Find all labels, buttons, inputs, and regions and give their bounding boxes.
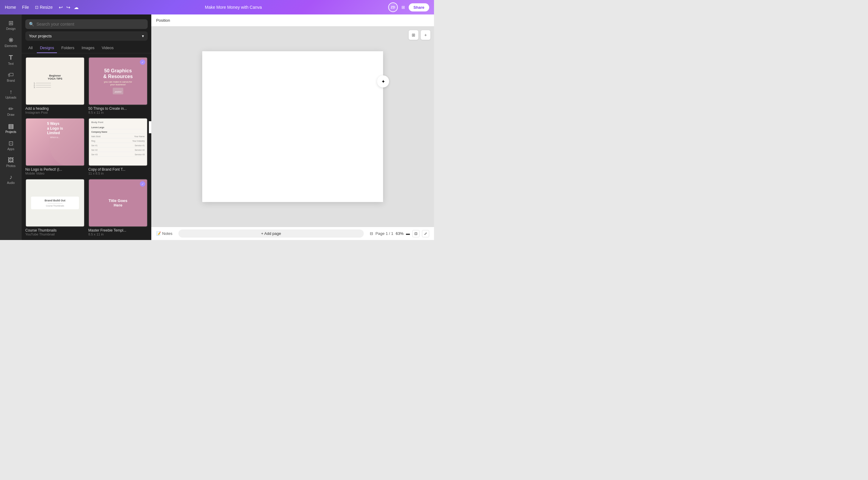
sidebar: ⊞ Design ❋ Elements T Text 🏷 Brand ↑ Upl… [0,14,22,240]
canvas-toolbar: Position [151,14,434,27]
photos-icon: 🖼 [8,157,14,164]
main-layout: ⊞ Design ❋ Elements T Text 🏷 Brand ↑ Upl… [0,14,434,240]
sidebar-item-uploads[interactable]: ↑ Uploads [2,86,20,101]
grid-view-button[interactable]: ⊞ [409,30,418,40]
page-indicator: Page 1 / 1 [375,231,393,236]
canvas-area: Position ⊞ + ✦ 📝 Notes + Add page [151,14,434,240]
file-menu[interactable]: File [22,5,29,10]
sidebar-label-uploads: Uploads [5,96,17,99]
card-title-master: Master Freebie Templ... [88,228,148,233]
search-area: 🔍 [22,14,151,31]
tab-designs[interactable]: Designs [37,43,57,53]
left-panel: 🔍 Your projects ▾ All Designs Folders Im… [22,14,151,240]
audio-icon: ♪ [9,174,12,181]
draw-icon: ✏ [8,105,13,113]
sidebar-item-apps[interactable]: ⊡ Apps [2,137,20,153]
tab-folders[interactable]: Folders [58,43,77,53]
card-subtitle-brandfont: 11 x 8.5 in [88,172,148,175]
add-content-button[interactable]: + [421,30,430,40]
sidebar-label-draw: Draw [7,113,14,116]
tab-videos[interactable]: Videos [98,43,117,53]
design-card-50graphics[interactable]: ✓ 50 Graphics& Resources you can make in… [88,57,148,114]
sidebar-item-projects[interactable]: ▤ Projects [2,120,20,136]
canvas-main: ⊞ + ✦ [151,27,434,227]
card-thumbnail-master: ✓ Title GoesHere [88,179,148,227]
sidebar-item-design[interactable]: ⊞ Design [2,17,20,33]
card-thumbnail-course: Brand Build Out ────────── Course Thumbn… [25,179,85,227]
canvas-page: ✦ [202,51,383,202]
check-badge-master: ✓ [140,181,145,187]
sidebar-item-photos[interactable]: 🖼 Photos [2,154,20,170]
design-card-master[interactable]: ✓ Title GoesHere Master Freebie Templ...… [88,179,148,236]
sidebar-label-apps: Apps [7,147,14,151]
card-subtitle-course: YouTube Thumbnail [25,233,85,236]
show-pages-button[interactable]: ⊟ [370,231,373,236]
brand-icon: 🏷 [8,71,14,79]
card-subtitle-50graphics: 8.5 x 11 in [88,111,148,114]
card-thumbnail-5ways: 5 Waysa Logo isLimited Which is... [25,118,85,166]
sidebar-label-audio: Audio [7,181,15,184]
sidebar-item-draw[interactable]: ✏ Draw [2,103,20,119]
card-thumbnail-brandfont: Body Font Lorem Largo Company Name Itali… [88,118,148,166]
share-button[interactable]: Share [409,3,429,11]
check-badge-50graphics: ✓ [140,59,145,65]
position-label[interactable]: Position [156,18,170,23]
card-title-brandfont: Copy of Brand Font T... [88,167,148,172]
tab-all[interactable]: All [25,43,36,53]
home-button[interactable]: Home [5,5,16,10]
bottom-left: 📝 Notes [156,231,173,236]
design-card-5ways[interactable]: 5 Waysa Logo isLimited Which is... No Lo… [25,118,85,175]
avatar[interactable]: ZD [388,2,398,12]
elements-icon: ❋ [8,36,13,44]
redo-icon[interactable]: ↪ [66,4,70,10]
topbar-right: ZD ⊞ Share [388,2,429,12]
bottom-bar: 📝 Notes + Add page ⊟ Page 1 / 1 63% ▬ ⊡ … [151,227,434,240]
topbar-history-icons: ↩ ↪ ☁ [59,4,79,10]
topbar: Home File ⊡ Resize ↩ ↪ ☁ Make More Money… [0,0,434,14]
undo-icon[interactable]: ↩ [59,4,63,10]
sidebar-item-elements[interactable]: ❋ Elements [2,34,20,50]
sidebar-label-elements: Elements [4,44,17,48]
sidebar-label-photos: Photos [6,164,16,168]
zoom-fit-button[interactable]: ⊡ [412,230,420,237]
card-subtitle-yoga: Instagram Post [25,111,85,114]
expand-icon: ⊞ [401,5,405,10]
hide-panel-button[interactable]: ‹ [149,121,151,133]
notes-icon: 📝 [156,231,161,236]
resize-button[interactable]: ⊡ Resize [35,5,53,10]
notes-button[interactable]: 📝 Notes [156,231,173,236]
text-icon: T [9,54,13,61]
design-card-yoga[interactable]: BeginnerYOGA TIPS 1. ────────── 2. ─────… [25,57,85,114]
design-card-course[interactable]: Brand Build Out ────────── Course Thumbn… [25,179,85,236]
card-thumbnail-yoga: BeginnerYOGA TIPS 1. ────────── 2. ─────… [25,57,85,105]
notes-label: Notes [162,231,173,236]
sidebar-label-text: Text [8,62,13,65]
add-page-button[interactable]: + Add page [179,230,364,238]
tab-images[interactable]: Images [79,43,98,53]
document-title: Make More Money with Canva [85,5,382,10]
card-subtitle-5ways: Mobile Video [25,172,85,175]
sidebar-label-projects: Projects [5,130,16,133]
uploads-icon: ↑ [9,88,12,95]
resize-icon: ⊡ [35,5,38,10]
card-subtitle-master: 8.5 x 11 in [88,233,148,236]
ai-assistant-button[interactable]: ✦ [377,76,389,87]
tabs-row: All Designs Folders Images Videos [22,43,151,53]
cloud-icon: ☁ [74,4,79,10]
sidebar-item-audio[interactable]: ♪ Audio [2,171,20,187]
apps-icon: ⊡ [8,140,13,147]
canvas-top-right-icons: ⊞ + [409,30,430,40]
fullscreen-button[interactable]: ⤢ [422,230,429,237]
zoom-bar-icon: ▬ [406,231,410,236]
design-icon: ⊞ [8,19,13,27]
design-card-brandfont[interactable]: Body Font Lorem Largo Company Name Itali… [88,118,148,175]
search-input[interactable] [36,22,144,27]
card-title-5ways: No Logo is Perfect! (l... [25,167,85,172]
sidebar-item-brand[interactable]: 🏷 Brand [2,69,20,85]
card-title-yoga: Add a heading [25,107,85,111]
sidebar-item-text[interactable]: T Text [2,51,20,68]
card-title-50graphics: 50 Things to Create in... [88,107,148,111]
projects-dropdown[interactable]: Your projects ▾ [25,31,148,41]
content-grid: BeginnerYOGA TIPS 1. ────────── 2. ─────… [22,55,151,240]
sidebar-label-design: Design [6,27,16,30]
